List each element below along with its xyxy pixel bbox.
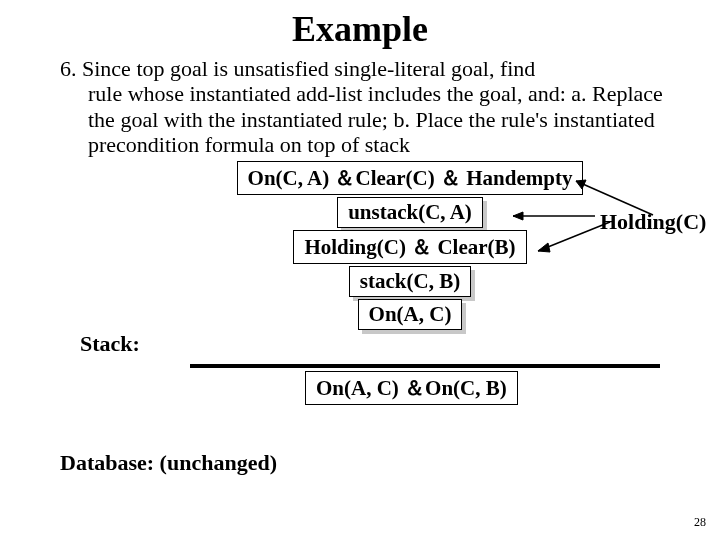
box-sub: On(A, C): [358, 299, 463, 330]
stack-baseline: [190, 364, 660, 368]
box-sub-text: On(A, C): [358, 299, 463, 330]
box-op1-text: unstack(C, A): [337, 197, 483, 228]
svg-marker-1: [576, 180, 586, 189]
box-op2-text: stack(C, B): [349, 266, 471, 297]
slide-title: Example: [0, 8, 720, 50]
stack-area: Stack: On(C, A) ＆Clear(C) ＆ Handempty un…: [60, 161, 690, 411]
box-op2: stack(C, B): [349, 266, 471, 297]
arrow-to-precond2: [530, 219, 620, 259]
stack-label: Stack:: [80, 331, 140, 357]
svg-marker-3: [513, 212, 523, 220]
step-text: 6. Since top goal is unsatisfied single-…: [60, 56, 665, 157]
page-number: 28: [694, 515, 706, 530]
box-goal: On(A, C) ＆On(C, B): [305, 371, 518, 405]
box-precond1: On(C, A) ＆Clear(C) ＆ Handempty: [237, 161, 584, 195]
step-number: 6.: [60, 56, 77, 81]
svg-marker-5: [538, 243, 550, 252]
database-label: Database: (unchanged): [60, 450, 277, 476]
step-rest: rule whose instantiated add-list include…: [60, 81, 665, 157]
step-line1: Since top goal is unsatisfied single-lit…: [82, 56, 535, 81]
box-op1: unstack(C, A): [337, 197, 483, 228]
box-precond2: Holding(C) ＆ Clear(B): [293, 230, 526, 264]
